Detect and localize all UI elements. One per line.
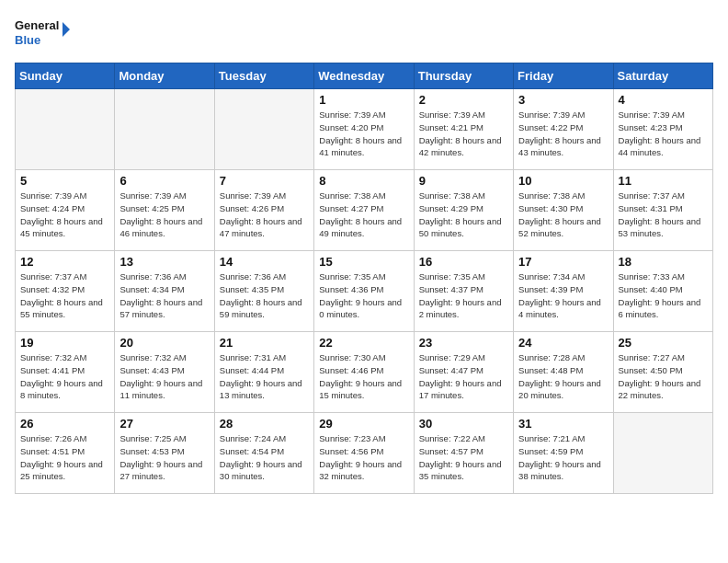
calendar-cell: 5Sunrise: 7:39 AM Sunset: 4:24 PM Daylig… <box>16 170 115 251</box>
calendar-cell: 20Sunrise: 7:32 AM Sunset: 4:43 PM Dayli… <box>115 332 214 413</box>
day-detail: Sunrise: 7:39 AM Sunset: 4:21 PM Dayligh… <box>419 109 508 159</box>
calendar-table: SundayMondayTuesdayWednesdayThursdayFrid… <box>15 63 713 494</box>
day-detail: Sunrise: 7:39 AM Sunset: 4:26 PM Dayligh… <box>220 190 309 240</box>
calendar-cell: 31Sunrise: 7:21 AM Sunset: 4:59 PM Dayli… <box>514 413 613 494</box>
calendar-cell: 24Sunrise: 7:28 AM Sunset: 4:48 PM Dayli… <box>514 332 613 413</box>
day-detail: Sunrise: 7:26 AM Sunset: 4:51 PM Dayligh… <box>20 432 109 483</box>
day-detail: Sunrise: 7:23 AM Sunset: 4:56 PM Dayligh… <box>319 432 408 483</box>
day-number: 3 <box>518 93 608 107</box>
day-number: 7 <box>220 174 309 188</box>
calendar-cell: 13Sunrise: 7:36 AM Sunset: 4:34 PM Dayli… <box>115 251 214 332</box>
calendar-cell <box>115 89 214 170</box>
day-number: 27 <box>119 417 209 431</box>
calendar-cell: 10Sunrise: 7:38 AM Sunset: 4:30 PM Dayli… <box>514 170 613 251</box>
day-detail: Sunrise: 7:37 AM Sunset: 4:32 PM Dayligh… <box>20 270 109 321</box>
calendar-cell: 27Sunrise: 7:25 AM Sunset: 4:53 PM Dayli… <box>115 413 214 494</box>
calendar-cell: 12Sunrise: 7:37 AM Sunset: 4:32 PM Dayli… <box>16 251 115 332</box>
svg-text:General: General <box>15 18 59 32</box>
day-number: 25 <box>619 336 708 350</box>
day-number: 31 <box>518 417 608 431</box>
day-detail: Sunrise: 7:36 AM Sunset: 4:35 PM Dayligh… <box>220 270 309 321</box>
calendar-cell: 15Sunrise: 7:35 AM Sunset: 4:36 PM Dayli… <box>314 251 414 332</box>
calendar-cell <box>613 413 712 494</box>
calendar-cell: 4Sunrise: 7:39 AM Sunset: 4:23 PM Daylig… <box>613 89 712 170</box>
day-detail: Sunrise: 7:31 AM Sunset: 4:44 PM Dayligh… <box>220 351 309 402</box>
calendar-cell: 18Sunrise: 7:33 AM Sunset: 4:40 PM Dayli… <box>613 251 712 332</box>
day-detail: Sunrise: 7:38 AM Sunset: 4:27 PM Dayligh… <box>319 190 408 240</box>
day-number: 23 <box>419 336 508 350</box>
day-detail: Sunrise: 7:24 AM Sunset: 4:54 PM Dayligh… <box>220 432 309 483</box>
calendar-cell: 6Sunrise: 7:39 AM Sunset: 4:25 PM Daylig… <box>115 170 214 251</box>
day-detail: Sunrise: 7:25 AM Sunset: 4:53 PM Dayligh… <box>119 432 209 483</box>
day-number: 9 <box>419 174 508 188</box>
day-detail: Sunrise: 7:33 AM Sunset: 4:40 PM Dayligh… <box>619 270 708 321</box>
calendar-header-thursday: Thursday <box>414 63 513 89</box>
calendar-cell <box>16 89 115 170</box>
week-row-2: 5Sunrise: 7:39 AM Sunset: 4:24 PM Daylig… <box>16 170 713 251</box>
day-number: 26 <box>20 417 109 431</box>
day-detail: Sunrise: 7:34 AM Sunset: 4:39 PM Dayligh… <box>518 270 608 321</box>
day-detail: Sunrise: 7:39 AM Sunset: 4:23 PM Dayligh… <box>619 109 708 159</box>
calendar-cell: 7Sunrise: 7:39 AM Sunset: 4:26 PM Daylig… <box>214 170 313 251</box>
day-number: 15 <box>319 255 408 269</box>
day-number: 6 <box>119 174 209 188</box>
day-detail: Sunrise: 7:27 AM Sunset: 4:50 PM Dayligh… <box>619 351 708 402</box>
day-number: 12 <box>20 255 109 269</box>
day-number: 14 <box>220 255 309 269</box>
calendar-header-monday: Monday <box>115 63 214 89</box>
calendar-cell: 11Sunrise: 7:37 AM Sunset: 4:31 PM Dayli… <box>613 170 712 251</box>
day-number: 5 <box>20 174 109 188</box>
calendar-cell: 9Sunrise: 7:38 AM Sunset: 4:29 PM Daylig… <box>414 170 513 251</box>
calendar-cell: 22Sunrise: 7:30 AM Sunset: 4:46 PM Dayli… <box>314 332 414 413</box>
calendar-header-saturday: Saturday <box>613 63 712 89</box>
calendar-cell: 1Sunrise: 7:39 AM Sunset: 4:20 PM Daylig… <box>314 89 414 170</box>
day-detail: Sunrise: 7:29 AM Sunset: 4:47 PM Dayligh… <box>419 351 508 402</box>
calendar-header-row: SundayMondayTuesdayWednesdayThursdayFrid… <box>16 63 713 89</box>
day-number: 18 <box>619 255 708 269</box>
day-number: 4 <box>619 93 708 107</box>
day-number: 22 <box>319 336 408 350</box>
week-row-5: 26Sunrise: 7:26 AM Sunset: 4:51 PM Dayli… <box>16 413 713 494</box>
day-detail: Sunrise: 7:39 AM Sunset: 4:24 PM Dayligh… <box>20 190 109 240</box>
calendar-cell: 25Sunrise: 7:27 AM Sunset: 4:50 PM Dayli… <box>613 332 712 413</box>
day-number: 20 <box>119 336 209 350</box>
day-number: 30 <box>419 417 508 431</box>
day-number: 13 <box>119 255 209 269</box>
logo-svg: GeneralBlue <box>15 15 70 52</box>
week-row-4: 19Sunrise: 7:32 AM Sunset: 4:41 PM Dayli… <box>16 332 713 413</box>
calendar-cell: 26Sunrise: 7:26 AM Sunset: 4:51 PM Dayli… <box>16 413 115 494</box>
day-detail: Sunrise: 7:32 AM Sunset: 4:43 PM Dayligh… <box>119 351 209 402</box>
day-detail: Sunrise: 7:39 AM Sunset: 4:22 PM Dayligh… <box>518 109 608 159</box>
day-detail: Sunrise: 7:28 AM Sunset: 4:48 PM Dayligh… <box>518 351 608 402</box>
day-detail: Sunrise: 7:37 AM Sunset: 4:31 PM Dayligh… <box>619 190 708 240</box>
day-detail: Sunrise: 7:35 AM Sunset: 4:36 PM Dayligh… <box>319 270 408 321</box>
day-number: 8 <box>319 174 408 188</box>
calendar-cell: 8Sunrise: 7:38 AM Sunset: 4:27 PM Daylig… <box>314 170 414 251</box>
calendar-cell: 16Sunrise: 7:35 AM Sunset: 4:37 PM Dayli… <box>414 251 513 332</box>
calendar-cell: 14Sunrise: 7:36 AM Sunset: 4:35 PM Dayli… <box>214 251 313 332</box>
day-number: 21 <box>220 336 309 350</box>
calendar-header-tuesday: Tuesday <box>214 63 313 89</box>
calendar-cell: 28Sunrise: 7:24 AM Sunset: 4:54 PM Dayli… <box>214 413 313 494</box>
calendar-header-friday: Friday <box>514 63 613 89</box>
day-number: 1 <box>319 93 408 107</box>
week-row-1: 1Sunrise: 7:39 AM Sunset: 4:20 PM Daylig… <box>16 89 713 170</box>
calendar-cell: 19Sunrise: 7:32 AM Sunset: 4:41 PM Dayli… <box>16 332 115 413</box>
day-number: 2 <box>419 93 508 107</box>
calendar-cell: 30Sunrise: 7:22 AM Sunset: 4:57 PM Dayli… <box>414 413 513 494</box>
day-number: 29 <box>319 417 408 431</box>
day-number: 24 <box>518 336 608 350</box>
calendar-cell: 29Sunrise: 7:23 AM Sunset: 4:56 PM Dayli… <box>314 413 414 494</box>
day-number: 11 <box>619 174 708 188</box>
day-detail: Sunrise: 7:32 AM Sunset: 4:41 PM Dayligh… <box>20 351 109 402</box>
day-detail: Sunrise: 7:39 AM Sunset: 4:25 PM Dayligh… <box>119 190 209 240</box>
day-number: 19 <box>20 336 109 350</box>
day-detail: Sunrise: 7:22 AM Sunset: 4:57 PM Dayligh… <box>419 432 508 483</box>
day-detail: Sunrise: 7:39 AM Sunset: 4:20 PM Dayligh… <box>319 109 408 159</box>
page-header: GeneralBlue <box>15 15 713 52</box>
day-number: 28 <box>220 417 309 431</box>
calendar-header-wednesday: Wednesday <box>314 63 414 89</box>
week-row-3: 12Sunrise: 7:37 AM Sunset: 4:32 PM Dayli… <box>16 251 713 332</box>
day-detail: Sunrise: 7:30 AM Sunset: 4:46 PM Dayligh… <box>319 351 408 402</box>
svg-marker-2 <box>63 22 70 37</box>
